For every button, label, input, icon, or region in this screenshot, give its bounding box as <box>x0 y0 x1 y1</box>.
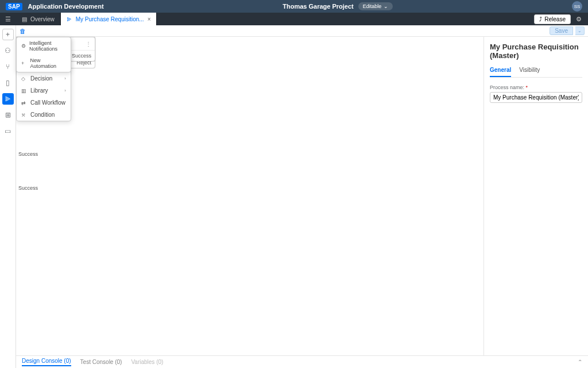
release-label: Release <box>544 16 566 22</box>
skill-label: Library <box>30 87 48 94</box>
canvas-toolbar: 🗑 Save ⌄ <box>16 25 588 37</box>
automation-icon: ⚙ <box>21 43 26 49</box>
menu-icon[interactable]: ☰ <box>0 13 16 25</box>
submenu-intelligent-notifications[interactable]: ⚙Intelligent Notifications <box>17 37 71 55</box>
chevron-right-icon: › <box>64 88 66 93</box>
skill-label: Decision <box>30 75 52 82</box>
decision-icon: ◇ <box>21 76 27 82</box>
release-button[interactable]: ⤴ Release <box>534 14 571 24</box>
process-name-label: Process name: * <box>490 85 582 90</box>
tab-current-label: My Purchase Requisition... <box>76 16 144 22</box>
properties-panel: My Purchase Requisition (Master) General… <box>483 37 588 355</box>
port-out: Success <box>72 53 91 59</box>
chevron-down-icon: ⌄ <box>384 3 388 9</box>
skill-label: Call Workflow <box>30 99 65 106</box>
close-icon[interactable]: × <box>148 16 151 22</box>
project-name[interactable]: Thomas Garage Project <box>283 3 354 10</box>
skill-label: New Automation <box>30 57 66 69</box>
sidebar-branch-icon[interactable]: ⑂ <box>2 61 14 72</box>
user-avatar[interactable]: SS <box>572 1 582 12</box>
submenu-new-automation[interactable]: +New Automation <box>17 55 71 72</box>
skill-call-workflow[interactable]: ⇄Call Workflow <box>17 97 71 109</box>
skill-decision[interactable]: ◇Decision› <box>17 72 71 85</box>
console-collapse-icon[interactable]: ⌃ <box>578 359 582 365</box>
library-icon: ▥ <box>21 88 27 94</box>
tab-overview-label: Overview <box>30 16 55 22</box>
save-dropdown[interactable]: ⌄ <box>575 26 585 35</box>
console-tab-variables[interactable]: Variables (0) <box>131 359 163 365</box>
tab-visibility[interactable]: Visibility <box>519 67 540 77</box>
console-tab-design[interactable]: Design Console (0) <box>22 358 71 366</box>
chevron-right-icon: › <box>64 76 66 81</box>
stub1-label: Success <box>18 151 38 157</box>
panel-tabs: General Visibility <box>490 67 582 78</box>
sidebar-data-icon[interactable]: ⊞ <box>2 109 14 121</box>
sap-logo: SAP <box>6 3 22 10</box>
process-canvas[interactable]: ⋮ Success ▤Auto-Approval Verificatio...⋮… <box>16 37 483 355</box>
console-tab-test[interactable]: Test Console (0) <box>80 359 122 365</box>
editable-label: Editable <box>363 3 382 9</box>
plus-icon: + <box>21 60 27 66</box>
tab-general[interactable]: General <box>490 67 511 77</box>
canvas-area: 🗑 Save ⌄ ⋮ Success ▤Auto-Approval Verifi… <box>16 25 588 355</box>
stub2-label: Success <box>18 185 38 191</box>
release-icon: ⤴ <box>539 16 542 22</box>
tab-current[interactable]: ⫸ My Purchase Requisition... × <box>61 13 157 25</box>
trash-icon[interactable]: 🗑 <box>20 28 26 34</box>
bottom-console: Design Console (0) Test Console (0) Vari… <box>16 355 588 368</box>
process-name-input[interactable] <box>490 92 582 103</box>
skill-condition[interactable]: ⤲Condition <box>17 109 71 121</box>
tab-overview[interactable]: ▤ Overview <box>16 13 61 25</box>
left-sidebar: + ⚇ ⑂ ▯ ⫸ ⊞ ▭ <box>0 25 16 368</box>
automation-submenu: ⚙Intelligent Notifications +New Automati… <box>16 37 71 72</box>
sidebar-process-icon[interactable]: ⫸ <box>2 93 14 105</box>
editable-badge[interactable]: Editable ⌄ <box>358 2 393 10</box>
condition-icon: ⤲ <box>21 112 27 118</box>
skill-library[interactable]: ▥Library› <box>17 85 71 97</box>
overview-icon: ▤ <box>22 16 27 22</box>
sidebar-doc-icon[interactable]: ▯ <box>2 77 14 89</box>
skill-label: Condition <box>30 112 55 118</box>
sidebar-form-icon[interactable]: ▭ <box>2 125 14 137</box>
process-icon: ⫸ <box>67 16 72 22</box>
app-name: Application Development <box>28 3 104 10</box>
workflow-icon: ⇄ <box>21 100 27 106</box>
skill-label: Intelligent Notifications <box>29 40 66 52</box>
save-button[interactable]: Save <box>550 26 573 35</box>
sidebar-person-icon[interactable]: ⚇ <box>2 45 14 56</box>
sidebar-add-icon[interactable]: + <box>2 29 14 40</box>
tab-bar: ☰ ▤ Overview ⫸ My Purchase Requisition..… <box>0 13 588 25</box>
gear-icon[interactable]: ⚙ <box>574 16 583 23</box>
app-header: SAP Application Development Thomas Garag… <box>0 0 588 13</box>
ellipsis-icon[interactable]: ⋮ <box>86 41 91 47</box>
panel-title: My Purchase Requisition (Master) <box>490 43 582 60</box>
